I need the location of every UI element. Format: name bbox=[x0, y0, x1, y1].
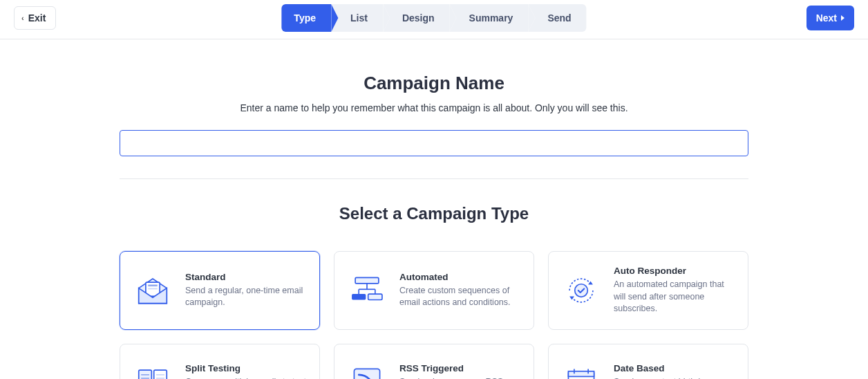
flowchart-icon bbox=[347, 272, 387, 309]
top-bar: ‹ Exit Type List Design Summary Send Nex… bbox=[0, 0, 868, 39]
svg-rect-8 bbox=[352, 294, 366, 299]
svg-rect-24 bbox=[568, 371, 594, 376]
svg-marker-10 bbox=[588, 281, 593, 284]
rss-icon bbox=[347, 363, 387, 380]
campaign-name-input[interactable] bbox=[120, 130, 748, 156]
wizard-stepper: Type List Design Summary Send bbox=[281, 4, 586, 32]
section-divider bbox=[120, 178, 748, 179]
main-content: Campaign Name Enter a name to help you r… bbox=[120, 39, 748, 379]
check-cycle-icon bbox=[561, 272, 601, 309]
triangle-right-icon bbox=[841, 15, 845, 21]
step-summary[interactable]: Summary bbox=[450, 4, 529, 32]
exit-button[interactable]: ‹ Exit bbox=[14, 6, 56, 30]
svg-marker-11 bbox=[569, 296, 574, 299]
svg-rect-1 bbox=[148, 284, 158, 286]
type-card-title: Split Testing bbox=[185, 363, 307, 373]
type-card-desc: Send on contact birthdays, anniversaries… bbox=[614, 376, 735, 380]
calendar-icon bbox=[561, 363, 601, 380]
type-card-title: Standard bbox=[185, 272, 307, 282]
step-type[interactable]: Type bbox=[281, 4, 331, 32]
next-label: Next bbox=[816, 12, 837, 24]
campaign-name-description: Enter a name to help you remember what t… bbox=[120, 102, 748, 113]
svg-point-12 bbox=[575, 284, 588, 297]
split-test-icon bbox=[133, 363, 173, 380]
type-card-desc: Send a regular, one-time email campaign. bbox=[185, 285, 307, 309]
svg-rect-2 bbox=[148, 288, 158, 289]
exit-label: Exit bbox=[28, 12, 46, 24]
type-card-split-testing[interactable]: Split Testing Compare multiple emails to… bbox=[120, 344, 320, 380]
type-card-date-based[interactable]: Date Based Send on contact birthdays, an… bbox=[548, 344, 748, 380]
type-card-automated[interactable]: Automated Create custom sequences of ema… bbox=[334, 251, 534, 330]
type-card-title: Auto Responder bbox=[614, 266, 735, 276]
svg-rect-9 bbox=[368, 294, 382, 299]
step-design[interactable]: Design bbox=[383, 4, 450, 32]
svg-rect-3 bbox=[355, 277, 379, 283]
envelope-open-icon bbox=[133, 272, 173, 309]
type-card-desc: Sends whenever your RSS based feed is up… bbox=[399, 376, 521, 380]
select-type-heading: Select a Campaign Type bbox=[120, 204, 748, 223]
campaign-name-heading: Campaign Name bbox=[120, 73, 748, 94]
type-card-title: Date Based bbox=[614, 363, 735, 373]
step-list[interactable]: List bbox=[331, 4, 383, 32]
type-card-rss-triggered[interactable]: RSS Triggered Sends whenever your RSS ba… bbox=[334, 344, 534, 380]
type-card-title: Automated bbox=[399, 272, 521, 282]
type-card-desc: Compare multiple emails to test which wo… bbox=[185, 376, 307, 380]
type-card-standard[interactable]: Standard Send a regular, one-time email … bbox=[120, 251, 320, 330]
type-card-title: RSS Triggered bbox=[399, 363, 521, 373]
chevron-left-icon: ‹ bbox=[21, 14, 24, 22]
type-card-desc: An automated campaign that will send aft… bbox=[614, 279, 735, 315]
campaign-type-grid: Standard Send a regular, one-time email … bbox=[120, 251, 748, 379]
type-card-auto-responder[interactable]: Auto Responder An automated campaign tha… bbox=[548, 251, 748, 330]
type-card-desc: Create custom sequences of email actions… bbox=[399, 285, 521, 309]
step-send[interactable]: Send bbox=[528, 4, 586, 32]
next-button[interactable]: Next bbox=[806, 6, 854, 30]
